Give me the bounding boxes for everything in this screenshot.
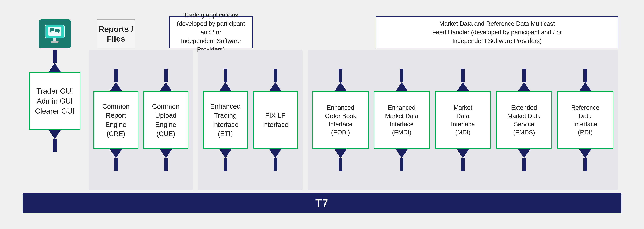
- report-upload-section: Common Report Engine (CRE) Common Upload…: [88, 50, 193, 190]
- eobi-box: Enhanced Order Book Interface (EOBI): [312, 91, 369, 149]
- eti-box: Enhanced Trading Interface (ETI): [203, 91, 248, 149]
- gui-icon-box: [39, 20, 71, 48]
- emdi-arrow-up: [396, 69, 408, 91]
- cue-arrow-down: [160, 149, 172, 171]
- emds-item: Extended Market Data Service (EMDS): [496, 69, 552, 171]
- emdi-arrow-down: [396, 149, 408, 171]
- mdi-arrow-down: [457, 149, 469, 171]
- rdi-item: Reference Data Interface (RDI): [557, 69, 614, 171]
- gui-section: Trader GUI Admin GUI Clearer GUI: [26, 50, 84, 190]
- trading-apps-box: Trading applications (developed by parti…: [169, 16, 253, 48]
- rdi-box: Reference Data Interface (RDI): [557, 91, 614, 149]
- svg-rect-4: [55, 29, 60, 32]
- fix-arrow-down: [269, 149, 282, 171]
- eti-arrow-down: [219, 149, 232, 171]
- eobi-arrow-up: [334, 69, 347, 91]
- svg-rect-6: [54, 38, 56, 42]
- emdi-item: Enhanced Market Data Interface (EMDI): [374, 69, 430, 171]
- cue-arrow-up: [160, 69, 172, 91]
- gui-arrow-down: [48, 130, 61, 152]
- eti-item: Enhanced Trading Interface (ETI): [203, 69, 248, 171]
- cre-item: Common Report Engine (CRE): [94, 69, 138, 171]
- mdi-box: Market Data Interface (MDI): [435, 91, 491, 149]
- market-data-box: Market Data and Reference Data Multicast…: [376, 16, 618, 48]
- emds-box: Extended Market Data Service (EMDS): [496, 91, 552, 149]
- cre-arrow-up: [110, 69, 122, 91]
- mdi-item: Market Data Interface (MDI): [435, 69, 491, 171]
- diagram-wrapper: Reports / Files Trading applications (de…: [16, 10, 628, 219]
- eobi-arrow-down: [334, 149, 347, 171]
- emdi-box: Enhanced Market Data Interface (EMDI): [374, 91, 430, 149]
- t7-bar: T7: [22, 194, 622, 213]
- cre-box: Common Report Engine (CRE): [94, 91, 138, 149]
- reports-files-box: Reports / Files: [96, 20, 135, 48]
- eobi-item: Enhanced Order Book Interface (EOBI): [312, 69, 369, 171]
- rdi-arrow-down: [579, 149, 591, 171]
- fix-box: FIX LF Interface: [253, 91, 298, 149]
- t7-label: T7: [316, 197, 329, 209]
- svg-rect-2: [50, 28, 54, 31]
- cre-arrow-down: [110, 149, 122, 171]
- mdi-arrow-up: [457, 69, 469, 91]
- emds-arrow-up: [518, 69, 530, 91]
- gui-box: Trader GUI Admin GUI Clearer GUI: [29, 72, 80, 130]
- fix-arrow-up: [269, 69, 282, 91]
- trading-section: Enhanced Trading Interface (ETI) FIX LF …: [198, 50, 303, 190]
- emds-arrow-down: [518, 149, 530, 171]
- eti-arrow-up: [219, 69, 232, 91]
- cue-item: Common Upload Engine (CUE): [143, 69, 188, 171]
- rdi-arrow-up: [579, 69, 591, 91]
- fix-item: FIX LF Interface: [253, 69, 298, 171]
- cue-box: Common Upload Engine (CUE): [143, 91, 188, 149]
- svg-rect-7: [51, 41, 58, 42]
- gui-arrow-up: [48, 50, 61, 72]
- market-data-section: Enhanced Order Book Interface (EOBI) Enh…: [308, 50, 618, 190]
